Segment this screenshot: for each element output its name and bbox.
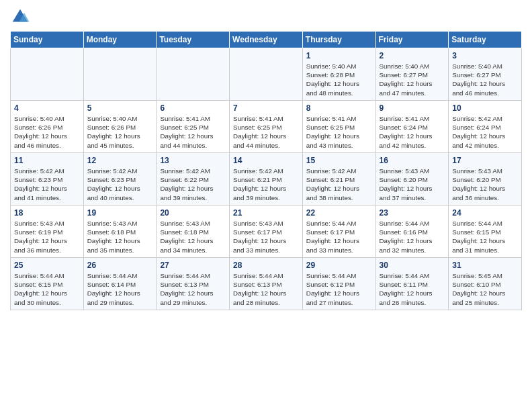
page: SundayMondayTuesdayWednesdayThursdayFrid…	[0, 0, 532, 317]
day-info: Sunrise: 5:42 AM Sunset: 6:21 PM Dayligh…	[233, 167, 299, 202]
calendar-body: 1Sunrise: 5:40 AM Sunset: 6:28 PM Daylig…	[11, 48, 522, 310]
day-info: Sunrise: 5:44 AM Sunset: 6:16 PM Dayligh…	[380, 219, 445, 255]
day-info: Sunrise: 5:41 AM Sunset: 6:25 PM Dayligh…	[306, 114, 372, 150]
day-cell: 6Sunrise: 5:41 AM Sunset: 6:25 PM Daylig…	[157, 101, 230, 153]
day-cell: 30Sunrise: 5:44 AM Sunset: 6:11 PM Dayli…	[375, 258, 449, 310]
day-number: 8	[306, 103, 372, 113]
logo	[10, 7, 33, 27]
calendar-header: SundayMondayTuesdayWednesdayThursdayFrid…	[11, 32, 522, 48]
day-cell: 3Sunrise: 5:40 AM Sunset: 6:27 PM Daylig…	[449, 48, 522, 101]
column-header-monday: Monday	[83, 32, 157, 48]
day-info: Sunrise: 5:44 AM Sunset: 6:11 PM Dayligh…	[380, 271, 445, 307]
day-cell: 20Sunrise: 5:43 AM Sunset: 6:18 PM Dayli…	[157, 205, 230, 258]
calendar-table: SundayMondayTuesdayWednesdayThursdayFrid…	[10, 31, 522, 310]
day-info: Sunrise: 5:42 AM Sunset: 6:23 PM Dayligh…	[14, 167, 80, 202]
day-info: Sunrise: 5:44 AM Sunset: 6:12 PM Dayligh…	[306, 271, 372, 307]
day-number: 11	[14, 156, 80, 165]
day-number: 27	[160, 261, 226, 270]
day-info: Sunrise: 5:42 AM Sunset: 6:23 PM Dayligh…	[87, 167, 153, 202]
day-cell	[230, 48, 303, 101]
column-header-thursday: Thursday	[302, 32, 375, 48]
day-cell	[157, 48, 230, 101]
day-number: 22	[306, 208, 372, 218]
day-cell: 31Sunrise: 5:45 AM Sunset: 6:10 PM Dayli…	[449, 258, 522, 310]
day-number: 21	[233, 208, 299, 218]
day-cell	[83, 48, 157, 101]
logo-icon	[10, 7, 30, 27]
day-number: 20	[160, 208, 226, 218]
day-cell: 26Sunrise: 5:44 AM Sunset: 6:14 PM Dayli…	[83, 258, 157, 310]
day-cell: 5Sunrise: 5:40 AM Sunset: 6:26 PM Daylig…	[83, 101, 157, 153]
day-info: Sunrise: 5:40 AM Sunset: 6:28 PM Dayligh…	[306, 62, 372, 97]
column-header-saturday: Saturday	[449, 32, 522, 48]
day-number: 26	[87, 261, 153, 270]
day-cell: 9Sunrise: 5:41 AM Sunset: 6:24 PM Daylig…	[375, 101, 449, 153]
day-cell	[11, 48, 84, 101]
day-number: 30	[380, 261, 445, 270]
day-number: 3	[452, 51, 518, 60]
day-info: Sunrise: 5:43 AM Sunset: 6:19 PM Dayligh…	[14, 219, 80, 255]
day-number: 13	[160, 156, 226, 165]
day-number: 19	[87, 208, 153, 218]
header	[10, 7, 522, 27]
day-number: 10	[452, 103, 518, 113]
column-header-wednesday: Wednesday	[230, 32, 303, 48]
day-number: 1	[306, 51, 372, 60]
day-cell: 15Sunrise: 5:42 AM Sunset: 6:21 PM Dayli…	[302, 153, 375, 205]
day-info: Sunrise: 5:43 AM Sunset: 6:18 PM Dayligh…	[87, 219, 153, 255]
day-info: Sunrise: 5:44 AM Sunset: 6:14 PM Dayligh…	[87, 271, 153, 307]
day-info: Sunrise: 5:40 AM Sunset: 6:27 PM Dayligh…	[452, 62, 518, 97]
day-number: 29	[306, 261, 372, 270]
day-info: Sunrise: 5:44 AM Sunset: 6:13 PM Dayligh…	[233, 271, 299, 307]
day-cell: 7Sunrise: 5:41 AM Sunset: 6:25 PM Daylig…	[230, 101, 303, 153]
day-cell: 8Sunrise: 5:41 AM Sunset: 6:25 PM Daylig…	[302, 101, 375, 153]
day-number: 4	[14, 103, 80, 113]
day-info: Sunrise: 5:45 AM Sunset: 6:10 PM Dayligh…	[452, 271, 518, 307]
week-row-3: 11Sunrise: 5:42 AM Sunset: 6:23 PM Dayli…	[11, 153, 522, 205]
day-cell: 25Sunrise: 5:44 AM Sunset: 6:15 PM Dayli…	[11, 258, 84, 310]
day-number: 6	[160, 103, 226, 113]
day-cell: 11Sunrise: 5:42 AM Sunset: 6:23 PM Dayli…	[11, 153, 84, 205]
header-row: SundayMondayTuesdayWednesdayThursdayFrid…	[11, 32, 522, 48]
day-info: Sunrise: 5:44 AM Sunset: 6:17 PM Dayligh…	[306, 219, 372, 255]
week-row-1: 1Sunrise: 5:40 AM Sunset: 6:28 PM Daylig…	[11, 48, 522, 101]
day-number: 2	[380, 51, 445, 60]
day-info: Sunrise: 5:42 AM Sunset: 6:22 PM Dayligh…	[160, 167, 226, 202]
week-row-2: 4Sunrise: 5:40 AM Sunset: 6:26 PM Daylig…	[11, 101, 522, 153]
day-cell: 27Sunrise: 5:44 AM Sunset: 6:13 PM Dayli…	[157, 258, 230, 310]
day-info: Sunrise: 5:44 AM Sunset: 6:15 PM Dayligh…	[452, 219, 518, 255]
day-info: Sunrise: 5:43 AM Sunset: 6:20 PM Dayligh…	[452, 167, 518, 202]
day-info: Sunrise: 5:41 AM Sunset: 6:25 PM Dayligh…	[160, 114, 226, 150]
day-cell: 19Sunrise: 5:43 AM Sunset: 6:18 PM Dayli…	[83, 205, 157, 258]
week-row-5: 25Sunrise: 5:44 AM Sunset: 6:15 PM Dayli…	[11, 258, 522, 310]
day-number: 18	[14, 208, 80, 218]
day-cell: 17Sunrise: 5:43 AM Sunset: 6:20 PM Dayli…	[449, 153, 522, 205]
day-cell: 1Sunrise: 5:40 AM Sunset: 6:28 PM Daylig…	[302, 48, 375, 101]
day-cell: 4Sunrise: 5:40 AM Sunset: 6:26 PM Daylig…	[11, 101, 84, 153]
day-info: Sunrise: 5:40 AM Sunset: 6:27 PM Dayligh…	[380, 62, 445, 97]
day-info: Sunrise: 5:43 AM Sunset: 6:17 PM Dayligh…	[233, 219, 299, 255]
day-number: 14	[233, 156, 299, 165]
day-cell: 16Sunrise: 5:43 AM Sunset: 6:20 PM Dayli…	[375, 153, 449, 205]
day-number: 24	[452, 208, 518, 218]
day-number: 7	[233, 103, 299, 113]
day-number: 17	[452, 156, 518, 165]
column-header-friday: Friday	[375, 32, 449, 48]
day-info: Sunrise: 5:44 AM Sunset: 6:13 PM Dayligh…	[160, 271, 226, 307]
day-cell: 22Sunrise: 5:44 AM Sunset: 6:17 PM Dayli…	[302, 205, 375, 258]
day-info: Sunrise: 5:44 AM Sunset: 6:15 PM Dayligh…	[14, 271, 80, 307]
day-cell: 28Sunrise: 5:44 AM Sunset: 6:13 PM Dayli…	[230, 258, 303, 310]
day-number: 5	[87, 103, 153, 113]
day-info: Sunrise: 5:40 AM Sunset: 6:26 PM Dayligh…	[14, 114, 80, 150]
day-info: Sunrise: 5:41 AM Sunset: 6:25 PM Dayligh…	[233, 114, 299, 150]
day-cell: 18Sunrise: 5:43 AM Sunset: 6:19 PM Dayli…	[11, 205, 84, 258]
day-info: Sunrise: 5:43 AM Sunset: 6:18 PM Dayligh…	[160, 219, 226, 255]
day-cell: 21Sunrise: 5:43 AM Sunset: 6:17 PM Dayli…	[230, 205, 303, 258]
day-info: Sunrise: 5:42 AM Sunset: 6:21 PM Dayligh…	[306, 167, 372, 202]
day-info: Sunrise: 5:41 AM Sunset: 6:24 PM Dayligh…	[380, 114, 445, 150]
day-cell: 13Sunrise: 5:42 AM Sunset: 6:22 PM Dayli…	[157, 153, 230, 205]
day-number: 28	[233, 261, 299, 270]
day-number: 16	[380, 156, 445, 165]
day-cell: 24Sunrise: 5:44 AM Sunset: 6:15 PM Dayli…	[449, 205, 522, 258]
day-cell: 23Sunrise: 5:44 AM Sunset: 6:16 PM Dayli…	[375, 205, 449, 258]
